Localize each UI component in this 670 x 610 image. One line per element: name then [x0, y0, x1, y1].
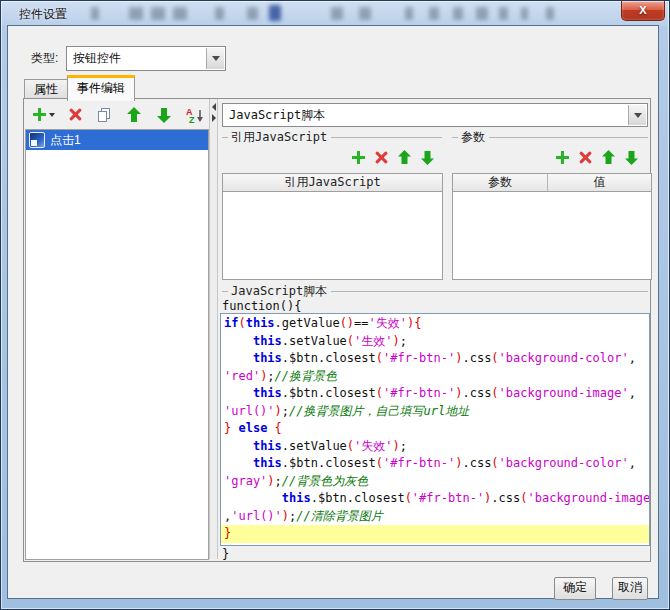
panel-splitter[interactable] [209, 99, 218, 559]
collapse-left-icon [212, 103, 216, 111]
code-line: this.$btn.closest('#fr-btn-').css('backg… [221, 385, 649, 403]
close-icon: X [639, 4, 646, 16]
dialog-client-area: 类型: 按钮控件 属性 事件编辑 [8, 26, 658, 598]
titlebar-glass-decoration [331, 7, 343, 20]
event-type-dropdown-button[interactable] [628, 105, 646, 125]
type-label: 类型: [31, 50, 58, 67]
event-item-icon [29, 132, 45, 148]
param-column-header: 参数 [453, 174, 547, 191]
arrow-down-icon [625, 150, 638, 165]
event-list-item-click1[interactable]: 点击1 [26, 130, 208, 150]
collapse-right-icon [212, 114, 216, 122]
titlebar-glass-decoration [269, 5, 281, 21]
titlebar-glass-decoration [91, 7, 99, 20]
function-suffix: } [222, 547, 229, 561]
cancel-button[interactable]: 取消 [612, 577, 648, 600]
groupbox-line [222, 291, 228, 292]
sort-events-button[interactable]: A Z [186, 107, 205, 123]
tab-properties-label: 属性 [34, 82, 58, 96]
reference-js-toolbar [222, 146, 434, 168]
groupbox-line [452, 137, 458, 138]
control-type-dropdown-button[interactable] [206, 48, 224, 69]
control-type-value: 按钮控件 [73, 47, 121, 70]
groupbox-line [331, 291, 648, 292]
plus-icon [352, 151, 365, 164]
reference-js-table[interactable]: 引用JavaScript [222, 173, 443, 280]
params-table-header: 参数 值 [453, 174, 651, 192]
window-title: 控件设置 [19, 6, 67, 23]
move-up-button[interactable] [127, 107, 141, 123]
titlebar-glass-decoration [173, 7, 187, 20]
reference-js-table-header: 引用JavaScript [223, 174, 442, 192]
event-list[interactable]: 点击1 [25, 129, 209, 560]
add-param-button[interactable] [556, 151, 569, 164]
sort-az-icon: A Z [186, 107, 205, 123]
titlebar-glass-decoration [429, 7, 439, 20]
titlebar-glass-decoration [546, 7, 554, 20]
groupbox-line [222, 137, 228, 138]
event-item-label: 点击1 [50, 132, 81, 149]
plus-icon [33, 108, 46, 121]
params-toolbar [452, 146, 638, 168]
arrow-up-icon [602, 150, 615, 165]
add-reference-button[interactable] [352, 151, 365, 164]
params-table[interactable]: 参数 值 [452, 173, 652, 280]
code-line: this.$btn.closest('#fr-btn-').css('backg… [221, 350, 649, 368]
code-line: } else { [221, 420, 649, 438]
svg-text:Z: Z [189, 115, 195, 123]
params-group-title: 参数 [452, 130, 648, 144]
groupbox-line [489, 137, 648, 138]
params-group-label: 参数 [461, 129, 485, 146]
code-line: 'gray');//背景色为灰色 [221, 473, 649, 491]
code-line: this.$btn.closest('#fr-btn-').css('backg… [221, 490, 649, 508]
reference-move-down-button[interactable] [421, 150, 434, 165]
code-line: if(this.getValue()=='失效'){ [221, 315, 649, 333]
event-type-value: JavaScript脚本 [229, 104, 325, 126]
arrow-down-icon [421, 150, 434, 165]
tab-event-edit-label: 事件编辑 [77, 81, 125, 95]
delete-event-button[interactable] [69, 108, 82, 121]
titlebar-glass-decoration [405, 7, 413, 20]
titlebar-glass-decoration [247, 7, 258, 20]
groupbox-line [331, 137, 442, 138]
move-down-button[interactable] [157, 107, 171, 123]
copy-icon [96, 107, 112, 123]
control-type-select[interactable]: 按钮控件 [66, 46, 226, 71]
script-group-label: JavaScript脚本 [231, 283, 327, 300]
chevron-down-icon [634, 113, 642, 118]
titlebar-glass-decoration [359, 7, 371, 20]
code-line: this.$btn.closest('#fr-btn-').css('backg… [221, 455, 649, 473]
ok-button[interactable]: 确定 [554, 577, 596, 600]
titlebar-glass-decoration [453, 7, 463, 20]
plus-icon [556, 151, 569, 164]
tab-properties[interactable]: 属性 [24, 79, 68, 99]
cancel-button-label: 取消 [618, 580, 642, 594]
reference-js-group-title: 引用JavaScript [222, 130, 442, 144]
event-type-select[interactable]: JavaScript脚本 [222, 103, 648, 127]
value-column-header: 值 [547, 174, 651, 191]
arrow-up-icon [127, 107, 141, 123]
titlebar-glass-decoration [129, 7, 143, 20]
param-move-up-button[interactable] [602, 150, 615, 165]
event-edit-panel: A Z 点击1 [23, 98, 651, 562]
delete-icon [375, 151, 388, 164]
titlebar-glass-decoration [151, 7, 165, 20]
copy-event-button[interactable] [96, 107, 112, 123]
titlebar[interactable]: 控件设置 X [1, 1, 669, 26]
splitter-collapse-icons[interactable] [210, 103, 217, 122]
javascript-code-editor[interactable]: if(this.getValue()=='失效'){ this.setValue… [220, 313, 650, 546]
reference-js-column-header: 引用JavaScript [223, 174, 442, 191]
delete-icon [69, 108, 82, 121]
add-event-button[interactable] [33, 108, 55, 121]
chevron-down-icon [212, 56, 220, 61]
titlebar-glass-decoration [476, 7, 488, 20]
delete-param-button[interactable] [579, 151, 592, 164]
close-button[interactable]: X [621, 1, 665, 21]
arrow-down-icon [157, 107, 171, 123]
param-move-down-button[interactable] [625, 150, 638, 165]
ok-button-label: 确定 [563, 580, 587, 594]
arrow-up-icon [398, 150, 411, 165]
reference-move-up-button[interactable] [398, 150, 411, 165]
delete-reference-button[interactable] [375, 151, 388, 164]
tab-event-edit[interactable]: 事件编辑 [67, 75, 135, 101]
